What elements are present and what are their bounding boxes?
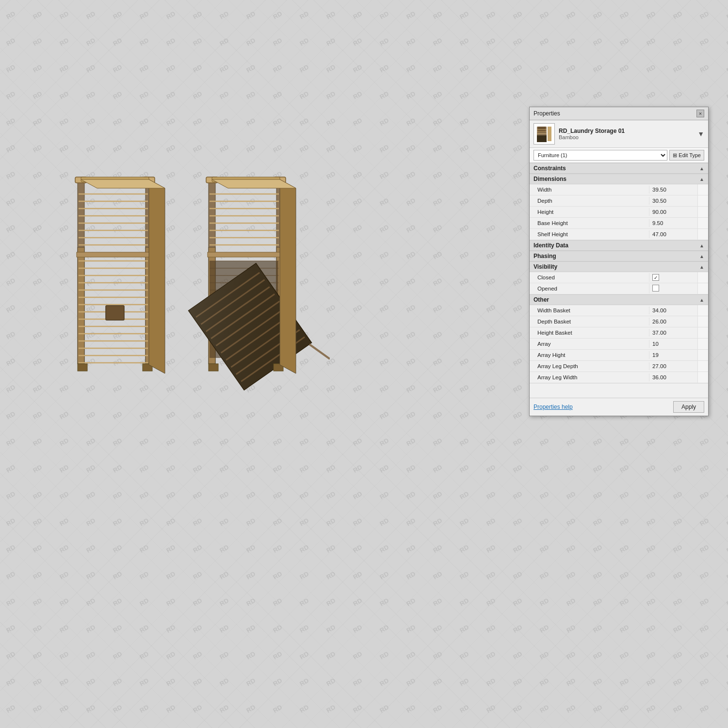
object-info: RD_Laundry Storage 01 Bamboo [559,128,694,140]
prop-label-base-height: Base Height [530,219,649,227]
prop-spacer-array [697,339,708,349]
prop-spacer-array-leg-width [697,372,708,383]
prop-label-width-basket: Width Basket [530,307,649,314]
panel-footer: Properties help Apply [530,398,708,416]
properties-panel: Properties × RD_Laundry Storage 01 Bambo… [529,107,709,416]
prop-row-depth-basket: Depth Basket 26.00 [530,316,708,327]
svg-rect-73 [208,252,284,257]
svg-rect-31 [78,364,87,371]
panel-title: Properties [534,110,560,117]
prop-value-shelf-height[interactable]: 47.00 [649,230,697,238]
panel-titlebar: Properties × [530,107,708,120]
furniture-preview [39,136,330,427]
svg-marker-96 [280,179,296,373]
svg-line-93 [309,344,330,359]
prop-spacer-height [697,207,708,217]
prop-row-base-height: Base Height 9.50 [530,218,708,229]
prop-spacer-base-height [697,218,708,228]
edit-type-label: Edit Type [679,152,701,158]
prop-label-shelf-height: Shelf Height [530,230,649,238]
section-phasing[interactable]: Phasing ▲ [530,251,708,261]
prop-label-opened: Opened [530,285,649,292]
svg-rect-104 [537,135,547,142]
object-name: RD_Laundry Storage 01 [559,128,694,134]
prop-value-array-leg-depth[interactable]: 27.00 [649,362,697,370]
prop-value-closed[interactable]: ✓ [649,273,697,282]
prop-row-height: Height 90.00 [530,207,708,218]
prop-label-array-leg-width: Array Leg Width [530,373,649,381]
svg-rect-100 [548,127,551,141]
prop-label-closed: Closed [530,274,649,281]
svg-rect-33 [106,306,124,320]
prop-label-height: Height [530,208,649,216]
prop-row-shelf-height: Shelf Height 47.00 [530,229,708,240]
prop-row-opened: Opened [530,283,708,294]
prop-value-depth[interactable]: 30.50 [649,197,697,205]
checkbox-closed[interactable]: ✓ [652,274,659,281]
section-visibility[interactable]: Visibility ▲ [530,261,708,272]
type-selector-dropdown[interactable]: Furniture (1) [534,150,667,161]
prop-label-height-basket: Height Basket [530,329,649,337]
section-other[interactable]: Other ▲ [530,294,708,305]
section-other-toggle: ▲ [699,297,704,303]
section-constraints[interactable]: Constraints ▲ [530,163,708,174]
prop-spacer-closed [697,272,708,283]
prop-value-height-basket[interactable]: 37.00 [649,329,697,337]
checkbox-opened[interactable] [652,285,659,291]
section-dimensions-label: Dimensions [534,176,566,182]
svg-rect-15 [77,252,153,257]
expand-arrow[interactable]: ▼ [697,130,704,138]
section-phasing-label: Phasing [534,253,556,259]
prop-label-width: Width [530,186,649,194]
section-constraints-toggle: ▲ [699,166,704,171]
prop-value-base-height[interactable]: 9.50 [649,219,697,227]
prop-spacer-shelf-height [697,229,708,240]
apply-button[interactable]: Apply [673,401,704,413]
close-button[interactable]: × [696,110,704,117]
section-visibility-label: Visibility [534,263,557,270]
prop-row-width-basket: Width Basket 34.00 [530,305,708,316]
prop-row-depth: Depth 30.50 [530,195,708,207]
prop-row-width: Width 39.50 [530,184,708,195]
section-constraints-label: Constraints [534,165,566,172]
prop-spacer-depth [697,195,708,206]
svg-rect-94 [209,364,218,371]
prop-label-array-hight: Array Hight [530,351,649,359]
prop-value-width-basket[interactable]: 34.00 [649,307,697,314]
object-subname: Bamboo [559,134,694,140]
prop-spacer-array-hight [697,350,708,360]
prop-row-array: Array 10 [530,339,708,350]
svg-rect-2 [78,247,84,364]
prop-label-array: Array [530,340,649,348]
prop-value-array[interactable]: 10 [649,340,697,348]
section-other-label: Other [534,296,549,303]
prop-label-depth: Depth [530,197,649,205]
prop-spacer-opened [697,283,708,294]
section-visibility-toggle: ▲ [699,264,704,270]
panel-bottom-spacer [530,383,708,398]
prop-value-opened[interactable] [649,284,697,293]
properties-help-link[interactable]: Properties help [534,404,573,410]
prop-value-width[interactable]: 39.50 [649,186,697,194]
panel-content[interactable]: Constraints ▲ Dimensions ▲ Width 39.50 D… [530,163,708,398]
prop-row-closed: Closed ✓ [530,272,708,283]
prop-value-array-leg-width[interactable]: 36.00 [649,373,697,381]
section-dimensions[interactable]: Dimensions ▲ [530,174,708,184]
prop-spacer-height-basket [697,327,708,338]
section-identity-data-toggle: ▲ [699,243,704,248]
section-phasing-toggle: ▲ [699,254,704,259]
edit-type-button[interactable]: ⊞ Edit Type [669,150,704,161]
prop-row-array-leg-width: Array Leg Width 36.00 [530,372,708,383]
section-identity-data-label: Identity Data [534,242,568,249]
prop-value-height[interactable]: 90.00 [649,208,697,216]
section-dimensions-toggle: ▲ [699,177,704,182]
svg-marker-56 [149,179,165,373]
prop-value-array-hight[interactable]: 19 [649,351,697,359]
type-selector-row: Furniture (1) ⊞ Edit Type [530,148,708,163]
edit-type-icon: ⊞ [673,152,677,159]
section-identity-data[interactable]: Identity Data ▲ [530,240,708,251]
object-header: RD_Laundry Storage 01 Bamboo ▼ [530,120,708,148]
object-thumbnail [534,123,555,145]
prop-value-depth-basket[interactable]: 26.00 [649,318,697,325]
prop-row-array-hight: Array Hight 19 [530,350,708,361]
